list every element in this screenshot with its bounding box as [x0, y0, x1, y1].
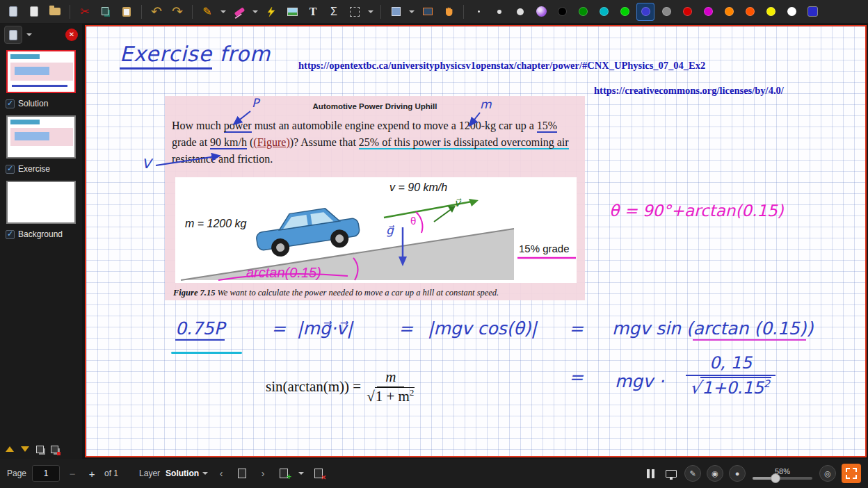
zoom-control: 58%: [751, 467, 814, 480]
layer-doc-icon: [280, 469, 288, 478]
fraction-numerator: 0, 15: [686, 353, 775, 376]
page-thumbnail-exercise[interactable]: [6, 115, 76, 158]
page-decrement-button[interactable]: −: [65, 466, 79, 481]
page-thumbnail-background[interactable]: [6, 181, 76, 224]
palette-color-orange[interactable]: [720, 3, 738, 21]
highlighter-options-dropdown[interactable]: [251, 3, 259, 21]
next-layer-button[interactable]: ›: [255, 465, 271, 482]
main-toolbar: ✂ ↶ ↷ ✎ T Σ: [0, 0, 868, 24]
add-layer-button[interactable]: [276, 465, 291, 482]
zoom-slider-fill: [753, 477, 773, 480]
math-term-dot-product: |mg⃗·v⃗|: [297, 318, 353, 339]
shape-options-dropdown[interactable]: [408, 3, 416, 21]
copy-button[interactable]: [97, 3, 115, 21]
fine-dot-icon: [478, 10, 480, 13]
open-folder-button[interactable]: [46, 3, 64, 21]
color-picker-button[interactable]: [532, 3, 550, 21]
quick-action-button-2[interactable]: ◉: [707, 465, 723, 482]
palette-color-gray[interactable]: [657, 3, 675, 21]
select-options-dropdown[interactable]: [367, 3, 375, 21]
color-swatch: [641, 7, 650, 16]
tex-tool-button[interactable]: Σ: [325, 3, 343, 21]
new-document-button[interactable]: [4, 3, 22, 21]
previous-layer-button[interactable]: ‹: [214, 465, 229, 482]
layer-checkbox-solution[interactable]: [6, 99, 15, 108]
palette-color-yellow[interactable]: [762, 3, 780, 21]
expand-arrows-icon: [846, 468, 857, 479]
sidebar-preview-mode-button[interactable]: [4, 26, 22, 44]
selection-rect-icon: [350, 7, 360, 17]
thumbnail-content: [12, 85, 67, 87]
merge-layer-button[interactable]: [51, 446, 58, 453]
zoom-slider-handle[interactable]: [771, 473, 780, 483]
zoom-slider[interactable]: [753, 477, 812, 480]
document-canvas[interactable]: Exercise from https://opentextbc.ca/univ…: [85, 25, 867, 457]
eraser-tool-button[interactable]: [262, 3, 280, 21]
sidebar-close-button[interactable]: ✕: [65, 29, 78, 41]
pen-options-dropdown[interactable]: [219, 3, 227, 21]
presentation-mode-button[interactable]: [664, 465, 679, 482]
layer-label-background: Background: [18, 229, 63, 239]
quick-action-button-3[interactable]: ●: [729, 465, 746, 482]
pen-tool-button[interactable]: ✎: [198, 3, 216, 21]
page-thumbnail-solution[interactable]: [6, 50, 76, 93]
page-increment-button[interactable]: +: [85, 466, 99, 481]
undo-button[interactable]: ↶: [147, 3, 166, 21]
select-tool-button[interactable]: [346, 3, 364, 21]
quick-action-button-4[interactable]: ◎: [819, 465, 836, 482]
annotation-p: P: [252, 96, 259, 110]
layer-row-solution: Solution: [0, 96, 82, 111]
pen-size-thick-button[interactable]: [511, 3, 529, 21]
palette-color-magenta[interactable]: [699, 3, 717, 21]
layer-checkbox-background[interactable]: [6, 230, 15, 239]
delete-layer-button[interactable]: [311, 465, 326, 482]
text-tool-button[interactable]: T: [304, 3, 322, 21]
shape-tool-button[interactable]: [387, 3, 405, 21]
layer-thumbnail-button[interactable]: [234, 465, 250, 482]
thick-dot-icon: [517, 8, 524, 15]
square-icon: [392, 7, 401, 16]
move-layer-down-button[interactable]: [21, 446, 29, 456]
screenshot-tool-button[interactable]: [419, 3, 437, 21]
palette-color-white[interactable]: [782, 3, 801, 21]
tex-denominator: √1 + m2: [367, 387, 415, 405]
fullscreen-button[interactable]: [842, 464, 861, 483]
cut-button[interactable]: ✂: [76, 3, 94, 21]
add-layer-dropdown[interactable]: [297, 464, 305, 482]
palette-color-orangered[interactable]: [741, 3, 759, 21]
tex-exponent: 2: [410, 388, 414, 398]
palette-color-green[interactable]: [574, 3, 592, 21]
layer-selector-value: Solution: [166, 469, 199, 478]
image-tool-button[interactable]: [283, 3, 301, 21]
color-swatch: [662, 7, 671, 16]
chevron-down-icon: [298, 472, 304, 478]
move-layer-up-button[interactable]: [6, 442, 14, 452]
hand-tool-button[interactable]: [440, 3, 458, 21]
paste-button[interactable]: [118, 3, 136, 21]
arrow-to-power: [234, 111, 250, 124]
palette-color-blue-selected[interactable]: [636, 3, 654, 21]
highlighter-tool-button[interactable]: [230, 3, 248, 21]
palette-color-red[interactable]: [678, 3, 696, 21]
sidebar-mode-dropdown[interactable]: [25, 26, 33, 44]
open-document-button[interactable]: [25, 3, 43, 21]
layer-selector[interactable]: Solution: [166, 469, 208, 478]
custom-color-swatch: [807, 6, 818, 17]
pen-size-fine-button[interactable]: [469, 3, 488, 21]
duplicate-layer-button[interactable]: [36, 446, 44, 453]
custom-color-button[interactable]: [803, 3, 821, 21]
page-label: Page: [7, 469, 26, 478]
palette-color-lightgreen[interactable]: [616, 3, 634, 21]
palette-color-black[interactable]: [553, 3, 571, 21]
tex-lhs: sin(arctan(m)) =: [266, 378, 361, 396]
pen-size-medium-button[interactable]: [490, 3, 508, 21]
chevron-down-icon: [202, 472, 208, 478]
thumbnail-content: [15, 67, 49, 75]
dual-page-view-button[interactable]: [643, 465, 658, 482]
quick-action-button-1[interactable]: ✎: [684, 465, 701, 482]
cyan-underline-stroke: [171, 352, 242, 354]
redo-button[interactable]: ↷: [168, 3, 186, 21]
palette-color-cyan[interactable]: [595, 3, 613, 21]
page-number-input[interactable]: 1: [32, 465, 60, 482]
layer-checkbox-exercise[interactable]: [6, 165, 15, 174]
